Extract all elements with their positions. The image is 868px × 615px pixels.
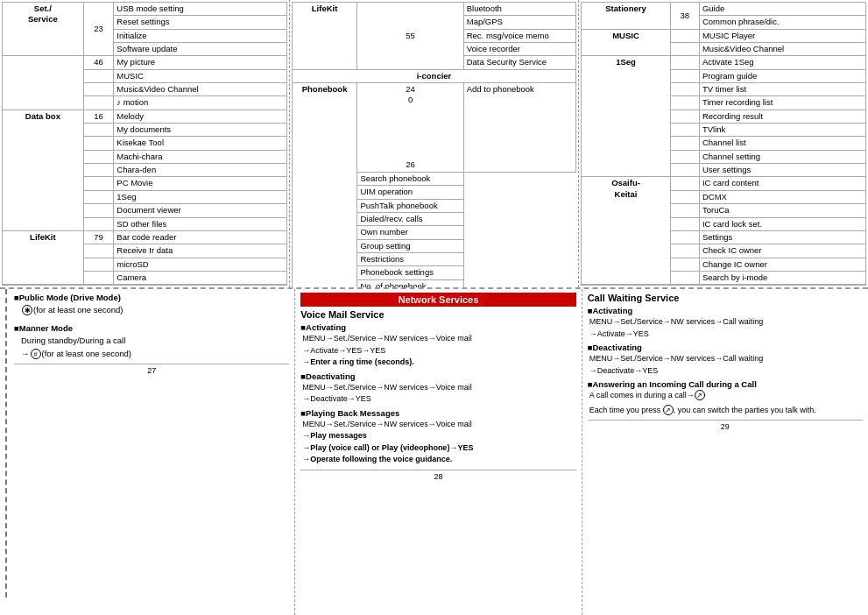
cw-activating-section: ■Activating MENU→Set./Service→NW service… bbox=[588, 306, 863, 340]
item: Bar code reader bbox=[114, 230, 286, 244]
item bbox=[83, 204, 114, 217]
item bbox=[83, 137, 114, 150]
item: Guide bbox=[699, 3, 865, 16]
num-1seg bbox=[670, 56, 699, 69]
item: Document viewer bbox=[114, 204, 286, 217]
item bbox=[83, 217, 114, 230]
menu-btn4: MENU bbox=[589, 317, 613, 326]
category-1seg: 1Seg bbox=[582, 56, 670, 177]
item bbox=[670, 164, 699, 177]
item: microSD bbox=[114, 258, 286, 271]
num-38: 38 bbox=[670, 3, 699, 30]
call-icon2: ↗ bbox=[663, 405, 674, 415]
item: Music&Video Channel bbox=[114, 83, 286, 96]
playback-step4: →Operate following the voice guidance. bbox=[302, 454, 575, 466]
page-num-27: 27 bbox=[14, 364, 289, 375]
item: Restrictions bbox=[357, 252, 463, 265]
playback-step2: →Play messages bbox=[302, 430, 575, 442]
num-23: 23 bbox=[83, 3, 114, 56]
menu-btn2: MENU bbox=[302, 383, 326, 392]
item bbox=[670, 69, 699, 82]
item bbox=[83, 150, 114, 163]
cw-activating-title: ■Activating bbox=[588, 306, 863, 315]
page-num-26: 26 bbox=[581, 285, 866, 287]
item: Program guide bbox=[699, 69, 865, 82]
item: PushTalk phonebook bbox=[357, 199, 463, 212]
item bbox=[670, 43, 699, 56]
cw-answering-section: ■Answering an Incoming Call during a Cal… bbox=[588, 379, 863, 416]
item: Initialize bbox=[114, 29, 286, 42]
num-79: 79 bbox=[83, 230, 114, 244]
item: Common phrase/dic. bbox=[699, 16, 865, 29]
item bbox=[83, 69, 114, 82]
playback-step1: MENU→Set./Service→NW services→Voice mail bbox=[302, 419, 575, 431]
item: Phonebook settings bbox=[357, 266, 463, 279]
public-mode-title: ■Public Mode (Drive Mode) bbox=[14, 293, 289, 302]
item bbox=[83, 164, 114, 177]
menu-table-3: Stationery 38 Guide Common phrase/dic. M… bbox=[581, 2, 866, 285]
num-46: 46 bbox=[83, 56, 114, 69]
cut-line bbox=[5, 289, 7, 597]
bottom-col1: ■Public Mode (Drive Mode) ✱(for at least… bbox=[0, 289, 295, 615]
call-icon: ↗ bbox=[695, 390, 705, 400]
item: UIM operation bbox=[357, 186, 463, 199]
category-iconcier: i-concier bbox=[292, 69, 576, 82]
cw-answering-desc: Each time you press ↗, you can switch th… bbox=[589, 405, 863, 417]
cw-deactivating-title: ■Deactivating bbox=[588, 343, 863, 352]
item bbox=[83, 244, 114, 258]
item: Activate 1Seg bbox=[699, 56, 865, 69]
category-stationery2: Stationery bbox=[582, 3, 670, 30]
item: ♪ motion bbox=[114, 96, 286, 110]
hash-icon: # bbox=[31, 349, 41, 359]
num-phonebook: 24026 bbox=[357, 83, 463, 173]
item bbox=[670, 244, 699, 258]
item bbox=[83, 83, 114, 96]
item: PC Movie bbox=[114, 177, 286, 190]
item: Channel list bbox=[699, 137, 865, 150]
category-lifekit2: LifeKit bbox=[292, 3, 357, 70]
manner-mode-content: During standby/During a call →#(for at l… bbox=[21, 335, 289, 360]
item bbox=[670, 110, 699, 123]
item: Recording result bbox=[699, 110, 865, 123]
col2-top: LifeKit 55 Bluetooth Map/GPS Rec. msg/vo… bbox=[290, 0, 580, 287]
item bbox=[670, 258, 699, 271]
item: MUSIC bbox=[114, 69, 286, 82]
category-lifekit1: LifeKit bbox=[3, 230, 84, 284]
cw-deactivate-step1: MENU→Set./Service→NW services→Call waiti… bbox=[589, 353, 863, 365]
item: Timer recording list bbox=[699, 96, 865, 110]
item bbox=[83, 177, 114, 190]
num-osaifu bbox=[670, 177, 699, 190]
item: Search phonebook bbox=[357, 172, 463, 185]
activate-step1: MENU→Set./Service→NW services→Voice mail bbox=[302, 333, 575, 345]
public-mode-content: ✱(for at least one second) bbox=[21, 304, 289, 316]
item: User settings bbox=[699, 164, 865, 177]
item bbox=[670, 190, 699, 203]
menu-table-2: LifeKit 55 Bluetooth Map/GPS Rec. msg/vo… bbox=[292, 2, 577, 287]
category-empty1 bbox=[3, 56, 84, 110]
network-services-header: Network Services bbox=[300, 293, 575, 307]
item bbox=[670, 83, 699, 96]
top-section: Set./Service 23 USB mode setting Reset s… bbox=[0, 0, 868, 289]
activating-section: ■Activating MENU→Set./Service→NW service… bbox=[300, 322, 575, 369]
item: My documents bbox=[114, 124, 286, 137]
item: 1Seg bbox=[114, 190, 286, 203]
manner-mode-section: ■Manner Mode During standby/During a cal… bbox=[14, 323, 289, 360]
item bbox=[670, 150, 699, 163]
cw-deactivate-step2: →Deactivate→YES bbox=[589, 365, 863, 378]
deactivating-title: ■Deactivating bbox=[300, 371, 575, 381]
call-waiting-title: Call Waiting Service bbox=[588, 293, 863, 303]
item: Camera bbox=[114, 271, 286, 284]
item bbox=[83, 271, 114, 284]
item: SD other files bbox=[114, 217, 286, 230]
asterisk-icon: ✱ bbox=[22, 305, 32, 315]
item: Own number bbox=[357, 226, 463, 239]
item bbox=[670, 271, 699, 284]
col3-top: Stationery 38 Guide Common phrase/dic. M… bbox=[579, 0, 868, 287]
playback-section: ■Playing Back Messages MENU→Set./Service… bbox=[300, 408, 575, 466]
item: TVlink bbox=[699, 124, 865, 137]
item: Voice recorder bbox=[463, 43, 576, 56]
item: ToruCa bbox=[699, 204, 865, 217]
item: Reset settings bbox=[114, 16, 286, 29]
item: Group setting bbox=[357, 239, 463, 252]
item: No. of phonebook bbox=[357, 279, 463, 287]
